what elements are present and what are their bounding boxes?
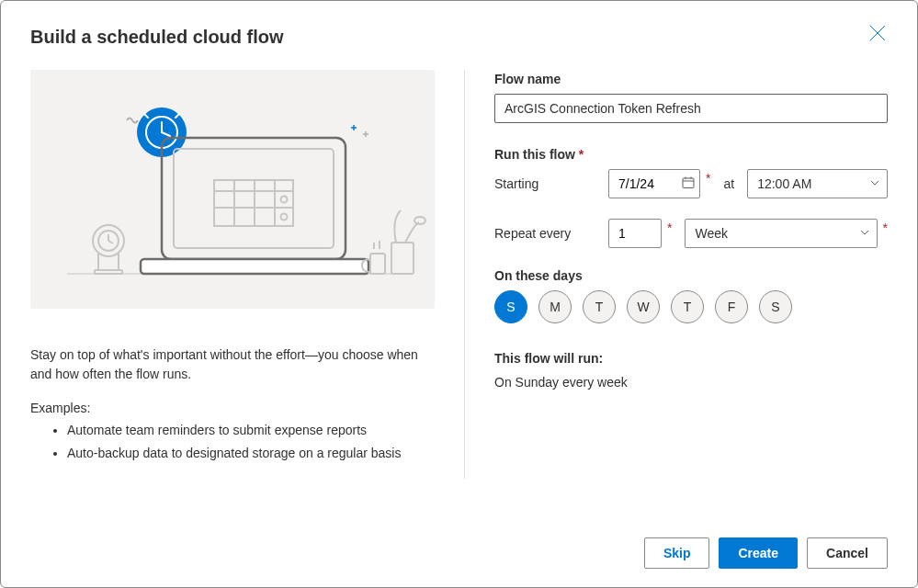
day-toggle-sat[interactable]: S [759,290,792,323]
svg-rect-29 [370,254,385,274]
example-item: Automate team reminders to submit expens… [67,421,435,440]
vertical-divider [464,70,465,479]
right-column: Flow name Run this flow Starting [494,70,888,525]
day-toggle-sun[interactable]: S [494,290,527,323]
dialog-body: Stay on top of what's important without … [30,70,888,525]
repeat-count-input[interactable] [608,219,662,248]
flow-will-run-label: This flow will run: [494,351,888,366]
cancel-button[interactable]: Cancel [807,537,888,569]
repeat-every-label: Repeat every [494,226,595,241]
intro-description: Stay on top of what's important without … [30,345,435,384]
left-column: Stay on top of what's important without … [30,70,435,525]
flow-name-label: Flow name [494,72,888,86]
required-indicator: * [667,220,672,235]
day-toggle-fri[interactable]: F [715,290,748,323]
starting-date-input[interactable] [608,169,700,198]
close-button[interactable] [869,25,886,41]
run-this-flow-label: Run this flow [494,147,888,162]
scheduled-flow-dialog: Build a scheduled cloud flow [0,0,918,588]
examples-heading: Examples: [30,401,435,415]
close-icon [869,25,886,41]
dialog-footer: Skip Create Cancel [30,525,888,569]
starting-time-select[interactable]: 12:00 AM [747,169,888,198]
dialog-title: Build a scheduled cloud flow [30,27,888,48]
on-these-days-label: On these days [494,268,888,283]
required-indicator: * [883,220,888,235]
schedule-illustration [30,70,435,309]
create-button[interactable]: Create [719,537,798,569]
repeat-unit-select[interactable]: Week [685,219,877,248]
flow-name-input[interactable] [494,94,888,123]
day-toggle-tue[interactable]: T [583,290,616,323]
svg-point-28 [414,217,425,224]
repeat-unit-value: Week [695,226,728,241]
svg-point-21 [281,214,288,220]
day-toggle-wed[interactable]: W [627,290,660,323]
day-toggle-mon[interactable]: M [538,290,572,323]
starting-label: Starting [494,176,595,191]
svg-rect-13 [141,259,368,274]
svg-rect-27 [391,243,414,274]
example-item: Auto-backup data to designated storage o… [67,444,435,463]
day-toggle-thu[interactable]: T [671,290,704,323]
svg-line-25 [108,241,113,243]
svg-point-20 [281,197,288,203]
examples-list: Automate team reminders to submit expens… [30,421,435,463]
days-of-week-row: S M T W T F S [494,290,888,323]
flow-will-run-text: On Sunday every week [494,375,888,390]
starting-time-value: 12:00 AM [757,176,811,191]
svg-rect-26 [95,270,122,274]
skip-button[interactable]: Skip [644,537,710,569]
at-label: at [723,176,734,191]
required-indicator: * [706,171,710,186]
